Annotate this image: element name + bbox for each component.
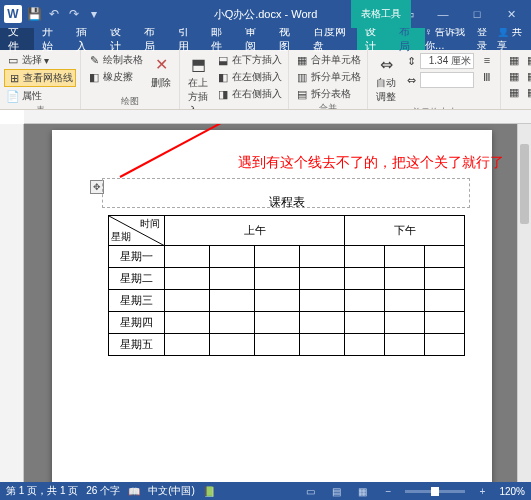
tab-table-layout[interactable]: 布局 (391, 28, 425, 50)
horizontal-ruler[interactable] (24, 110, 531, 124)
scrollbar-thumb[interactable] (520, 144, 529, 224)
table-cell[interactable] (425, 246, 465, 268)
tab-mailings[interactable]: 邮件 (203, 28, 237, 50)
table-cell[interactable] (345, 334, 385, 356)
vertical-scrollbar[interactable] (517, 124, 531, 482)
split-table-button[interactable]: ▤拆分表格 (293, 86, 363, 102)
tab-review[interactable]: 审阅 (237, 28, 271, 50)
table-cell[interactable] (385, 246, 425, 268)
print-layout-icon[interactable]: ▤ (327, 484, 345, 498)
insert-right-button[interactable]: ◨在右侧插入 (214, 86, 284, 102)
zoom-level[interactable]: 120% (499, 486, 525, 497)
select-button[interactable]: ▭选择 ▾ (4, 52, 76, 68)
row-label[interactable]: 星期二 (109, 268, 165, 290)
tell-me-search[interactable]: ♀ 告诉我你… (425, 25, 473, 53)
table-cell[interactable] (385, 334, 425, 356)
table-cell[interactable] (165, 246, 210, 268)
table-cell[interactable] (425, 290, 465, 312)
tab-home[interactable]: 开始 (34, 28, 68, 50)
view-gridlines-button[interactable]: ⊞查看网格线 (4, 69, 76, 87)
table-cell[interactable] (210, 246, 255, 268)
qat-customize-icon[interactable]: ▾ (86, 6, 102, 22)
vertical-ruler[interactable] (0, 124, 24, 482)
draw-table-button[interactable]: ✎绘制表格 (85, 52, 145, 68)
align-mc-button[interactable]: ▦ (523, 68, 531, 84)
web-layout-icon[interactable]: ▦ (353, 484, 371, 498)
table-cell[interactable] (210, 290, 255, 312)
tab-insert[interactable]: 插入 (68, 28, 102, 50)
table-cell[interactable] (255, 312, 300, 334)
login-button[interactable]: 登录 (477, 25, 493, 53)
align-bc-button[interactable]: ▦ (523, 84, 531, 100)
course-table[interactable]: 时间 星期 上午 下午 星期一 星期二 星期三 星期四 星期五 (108, 215, 465, 356)
share-button[interactable]: 👤 共享 (497, 25, 525, 53)
table-cell[interactable] (210, 334, 255, 356)
distribute-cols-button[interactable]: Ⅲ (478, 69, 496, 85)
split-cells-button[interactable]: ▥拆分单元格 (293, 69, 363, 85)
tab-view[interactable]: 视图 (271, 28, 305, 50)
table-cell[interactable] (385, 268, 425, 290)
align-tc-button[interactable]: ▦ (523, 52, 531, 68)
row-label[interactable]: 星期一 (109, 246, 165, 268)
header-pm[interactable]: 下午 (345, 216, 465, 246)
table-cell[interactable] (300, 268, 345, 290)
row-label[interactable]: 星期三 (109, 290, 165, 312)
row-height-input[interactable]: ⇕1.34 厘米 (402, 52, 476, 70)
tab-layout[interactable]: 布局 (136, 28, 170, 50)
table-cell[interactable] (255, 246, 300, 268)
table-cell[interactable] (345, 312, 385, 334)
maximize-button[interactable]: □ (463, 4, 491, 24)
table-cell[interactable] (385, 290, 425, 312)
word-count[interactable]: 26 个字 (86, 484, 120, 498)
tab-baidu[interactable]: 百度网盘 (305, 28, 357, 50)
col-width-input[interactable]: ⇔ (402, 71, 476, 89)
insert-above-button[interactable]: ⬒ 在上方插入 (184, 52, 212, 110)
table-cell[interactable] (165, 268, 210, 290)
merge-cells-button[interactable]: ▦合并单元格 (293, 52, 363, 68)
diagonal-header-cell[interactable]: 时间 星期 (109, 216, 165, 246)
undo-icon[interactable]: ↶ (46, 6, 62, 22)
page[interactable]: 遇到有这个线去不了的，把这个关了就行了 ✥ 课程表 时间 星期 上午 下午 (52, 130, 492, 482)
table-cell[interactable] (255, 268, 300, 290)
save-icon[interactable]: 💾 (26, 6, 42, 22)
redo-icon[interactable]: ↷ (66, 6, 82, 22)
align-tl-button[interactable]: ▦ (505, 52, 523, 68)
align-bl-button[interactable]: ▦ (505, 84, 523, 100)
autofit-button[interactable]: ⇔ 自动调整 (372, 52, 400, 106)
table-cell[interactable] (210, 312, 255, 334)
row-label[interactable]: 星期五 (109, 334, 165, 356)
table-cell[interactable] (165, 334, 210, 356)
zoom-in-button[interactable]: + (473, 484, 491, 498)
table-cell[interactable] (165, 312, 210, 334)
table-cell[interactable] (165, 290, 210, 312)
table-cell[interactable] (300, 334, 345, 356)
table-cell[interactable] (425, 312, 465, 334)
tab-references[interactable]: 引用 (170, 28, 204, 50)
page-count[interactable]: 第 1 页，共 1 页 (6, 484, 78, 498)
table-cell[interactable] (300, 290, 345, 312)
table-cell[interactable] (425, 334, 465, 356)
language-status[interactable]: 中文(中国) (148, 484, 195, 498)
table-cell[interactable] (210, 268, 255, 290)
table-cell[interactable] (345, 268, 385, 290)
tab-design[interactable]: 设计 (102, 28, 136, 50)
table-cell[interactable] (300, 246, 345, 268)
tab-table-design[interactable]: 设计 (357, 28, 391, 50)
table-cell[interactable] (345, 290, 385, 312)
insert-below-button[interactable]: ⬓在下方插入 (214, 52, 284, 68)
table-cell[interactable] (345, 246, 385, 268)
document-scroll[interactable]: 遇到有这个线去不了的，把这个关了就行了 ✥ 课程表 时间 星期 上午 下午 (24, 124, 531, 482)
tab-file[interactable]: 文件 (0, 28, 34, 50)
row-label[interactable]: 星期四 (109, 312, 165, 334)
close-button[interactable]: ✕ (497, 4, 525, 24)
table-cell[interactable] (255, 290, 300, 312)
table-cell[interactable] (385, 312, 425, 334)
properties-button[interactable]: 📄属性 (4, 88, 76, 104)
spellcheck-icon[interactable]: 📖 (128, 486, 140, 497)
zoom-slider[interactable] (405, 490, 465, 493)
align-ml-button[interactable]: ▦ (505, 68, 523, 84)
eraser-button[interactable]: ◧橡皮擦 (85, 69, 145, 85)
distribute-rows-button[interactable]: ≡ (478, 52, 496, 68)
zoom-out-button[interactable]: − (379, 484, 397, 498)
header-am[interactable]: 上午 (165, 216, 345, 246)
